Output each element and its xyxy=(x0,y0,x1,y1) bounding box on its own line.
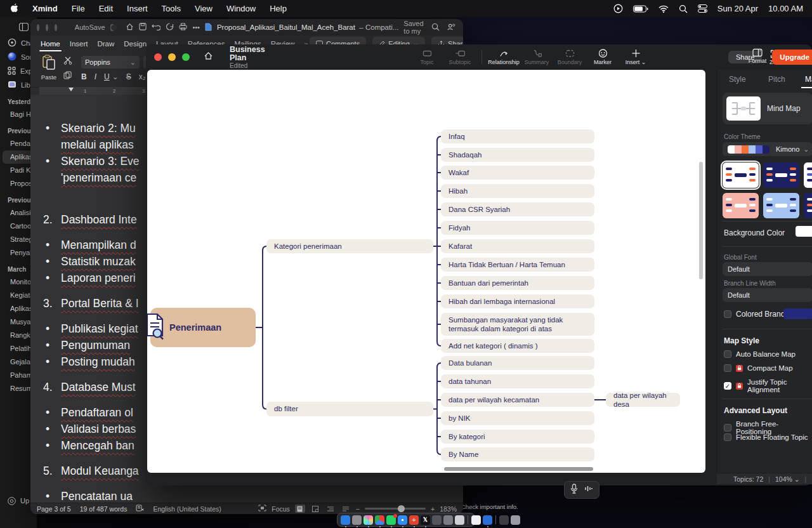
justify-topic-alignment-row[interactable]: ✓Justify Topic Alignment xyxy=(724,378,812,393)
structure-card[interactable]: Mind Map xyxy=(723,93,812,124)
autosave-toggle[interactable] xyxy=(110,24,115,31)
microphone-icon[interactable] xyxy=(570,484,578,496)
central-topic[interactable]: Penerimaan xyxy=(150,308,256,347)
theme-thumbnail[interactable] xyxy=(723,162,759,188)
document-title[interactable]: Proposal_Aplikasi_Baitul_Mal_Aceh_Barat … xyxy=(217,23,398,31)
screen-record-icon[interactable] xyxy=(613,4,623,13)
upgrade-button[interactable]: Upgrade xyxy=(772,50,812,65)
subtopic-node[interactable]: Add net kategori ( dinamis ) xyxy=(441,339,594,353)
format-b-button[interactable]: B xyxy=(81,72,87,81)
dock-freeform-icon[interactable] xyxy=(471,515,481,525)
home-icon[interactable] xyxy=(126,23,134,32)
main-topic[interactable]: db filter xyxy=(266,402,433,416)
undo-icon[interactable] xyxy=(152,23,160,32)
menu-date[interactable]: Sun 20 Apr xyxy=(717,4,758,13)
dock-utility-icon[interactable] xyxy=(443,515,453,525)
sidebar-item[interactable]: Pelatiha xyxy=(3,342,34,355)
dock-photos-icon[interactable] xyxy=(363,515,373,525)
colored-branch-row[interactable]: Colored Branch xyxy=(724,310,789,319)
vertical-scrollbar[interactable] xyxy=(699,162,703,279)
zoom-slider[interactable] xyxy=(365,508,426,510)
subtopic-node[interactable]: Kafarat xyxy=(441,239,594,253)
theme-thumbnail[interactable] xyxy=(763,193,799,218)
format-panel-button[interactable]: Format xyxy=(741,48,774,64)
close-button[interactable] xyxy=(37,24,39,31)
dock-phone-mirroring-icon[interactable] xyxy=(455,515,464,525)
subtopic-node[interactable]: Hibah dari lembaga internasional xyxy=(441,294,594,308)
sidebar-item[interactable]: Proposa xyxy=(3,177,34,190)
zoom-button[interactable] xyxy=(55,24,57,31)
dock-settings-icon[interactable] xyxy=(352,515,362,525)
sidebar-item[interactable]: Paham A xyxy=(3,369,34,382)
audio-levels-icon[interactable] xyxy=(584,484,593,496)
proofing-icon[interactable] xyxy=(136,505,144,513)
menu-view[interactable]: View xyxy=(195,4,213,13)
dock-x-app-icon[interactable]: 𝕏 xyxy=(421,515,430,525)
colored-branch-checkbox[interactable] xyxy=(724,310,731,318)
close-button[interactable] xyxy=(154,53,162,61)
checkbox[interactable] xyxy=(724,433,731,441)
focus-icon[interactable] xyxy=(258,505,266,513)
subtopic-node[interactable]: Wakaf xyxy=(441,166,594,180)
subtopic-node[interactable]: data tahunan xyxy=(441,374,594,388)
subtopic-node[interactable]: Harta Tidak Bertuan / Harta Temuan xyxy=(441,258,594,272)
subtopic-node[interactable]: data per wilayah desa xyxy=(606,393,680,407)
dock-word-icon[interactable] xyxy=(483,515,492,525)
sidebar-item[interactable]: Resume xyxy=(3,382,34,395)
menu-time[interactable]: 10.00 AM xyxy=(768,4,803,13)
apple-logo-icon[interactable] xyxy=(10,3,18,15)
theme-thumbnail[interactable] xyxy=(804,193,812,218)
control-center-icon[interactable] xyxy=(698,4,707,13)
spotlight-search-icon[interactable] xyxy=(679,4,688,13)
zoom-percentage[interactable]: 183% xyxy=(440,505,457,513)
zoom-out-button[interactable]: − xyxy=(356,505,360,513)
outline-view-button[interactable] xyxy=(325,505,336,513)
dock-whatsapp-icon[interactable] xyxy=(386,515,396,525)
draft-view-button[interactable] xyxy=(341,505,351,513)
subtopic-node[interactable]: Hibah xyxy=(441,184,594,198)
margin-marker[interactable] xyxy=(69,88,74,91)
relationship-tool[interactable]: Relationship xyxy=(487,49,520,65)
checkbox[interactable]: ✓ xyxy=(724,382,731,390)
page-indicator[interactable]: Page 3 of 5 xyxy=(37,505,71,513)
redo-icon[interactable] xyxy=(166,23,174,32)
save-icon[interactable] xyxy=(139,23,147,32)
sidebar-item[interactable]: Aplikasi xyxy=(3,150,34,164)
battery-icon[interactable] xyxy=(633,5,648,13)
subtopic-node[interactable]: data per wilayah kecamatan xyxy=(441,393,594,407)
menu-xmind[interactable]: Xmind xyxy=(32,4,58,13)
menu-tools[interactable]: Tools xyxy=(162,4,181,13)
marker-tool[interactable]: Marker xyxy=(586,49,619,65)
sidebar-item[interactable]: Penyakit xyxy=(3,246,34,260)
sidebar-item[interactable]: Musyaw xyxy=(3,315,34,329)
sidebar-item[interactable]: Gejala xyxy=(3,355,34,369)
branch-width-select[interactable]: Default xyxy=(723,288,812,302)
dock-safari-icon[interactable] xyxy=(398,515,407,525)
subtopic-node[interactable]: Data bulanan xyxy=(441,356,594,370)
search-icon[interactable] xyxy=(431,23,440,32)
font-name-select[interactable]: Poppins ⌄ xyxy=(81,56,140,69)
home-icon[interactable] xyxy=(204,51,213,63)
map-title[interactable]: Business Plan xyxy=(230,46,280,62)
horizontal-scrollbar[interactable] xyxy=(444,467,593,471)
copy-icon[interactable] xyxy=(63,70,72,82)
subtopic-node[interactable]: Dana CSR Syariah xyxy=(441,202,594,216)
format-s-button[interactable]: S xyxy=(126,72,131,81)
format-u-button[interactable]: U xyxy=(104,72,110,81)
cut-icon[interactable] xyxy=(63,56,72,67)
subtopic-node[interactable]: Fidyah xyxy=(441,221,594,235)
menu-file[interactable]: File xyxy=(72,4,85,13)
main-topic[interactable]: Kategori penerimaan xyxy=(266,239,433,253)
format-x-button[interactable]: x₂ xyxy=(139,72,146,81)
menu-window[interactable]: Window xyxy=(226,4,256,13)
sidebar-item[interactable]: Pendafta xyxy=(3,137,34,150)
sidebar-item[interactable]: Analisis xyxy=(3,206,34,220)
subtopic-node[interactable]: Sumbangan masyarakat yang tidak termasuk… xyxy=(441,313,594,336)
flexible-floating-topic-row[interactable]: Flexible Floating Topic xyxy=(724,433,808,441)
checkbox[interactable] xyxy=(724,424,731,432)
language-indicator[interactable]: English (United States) xyxy=(153,505,221,513)
panel-tab-map[interactable]: Map xyxy=(805,75,812,84)
focus-label[interactable]: Focus xyxy=(272,505,290,513)
menu-edit[interactable]: Edit xyxy=(99,4,113,13)
word-count[interactable]: 19 of 487 words xyxy=(80,505,128,513)
